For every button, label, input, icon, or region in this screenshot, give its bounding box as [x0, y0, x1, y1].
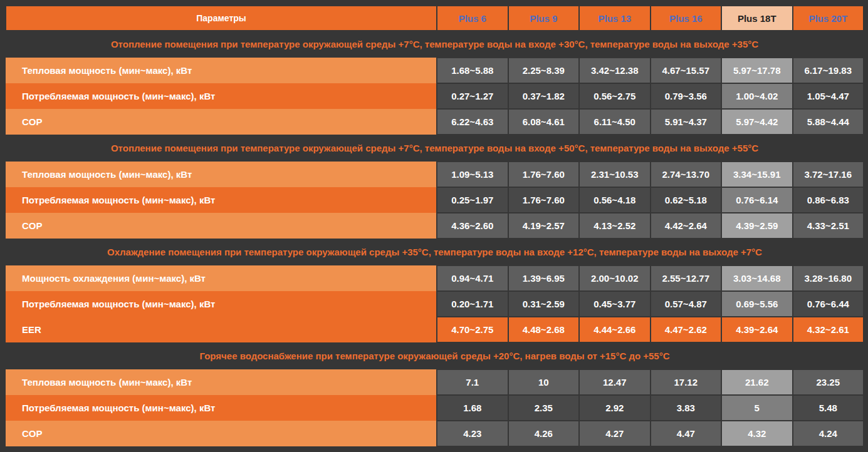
value-cell-highlighted: 4.32: [721, 421, 793, 446]
table-row: Потребляемая мощность (мин~макс), кВт0.2…: [6, 291, 864, 317]
table-row: Потребляемая мощность (мин~макс), кВт1.6…: [6, 395, 864, 421]
value-cell: 3.42~12.38: [579, 58, 651, 83]
row-label: Потребляемая мощность (мин~макс), кВт: [6, 291, 437, 317]
value-cell: 0.25~1.97: [437, 187, 508, 213]
value-cell: 0.31~2.59: [508, 291, 580, 317]
table-row: COP6.22~4.636.08~4.616.11~4.505.91~4.375…: [6, 109, 864, 135]
row-label: Потребляемая мощность (мин~макс), кВт: [6, 187, 437, 213]
value-cell: 4.42~2.64: [651, 213, 722, 239]
table-row: Тепловая мощность (мин~макс), кВт1.09~5.…: [6, 162, 864, 187]
value-cell: 4.24: [793, 421, 864, 446]
value-cell: 1.68: [437, 395, 508, 421]
value-cell: 0.45~3.77: [579, 291, 651, 317]
value-cell: 4.47: [651, 421, 722, 446]
row-label: COP: [6, 421, 437, 446]
value-cell: 0.94~4.71: [437, 265, 508, 291]
value-cell: 4.26: [508, 421, 580, 446]
section-title: Отопление помещения при температуре окру…: [6, 135, 864, 162]
column-header-model: Plus 20T: [793, 6, 864, 31]
value-cell-highlighted: 0.76~6.14: [721, 187, 793, 213]
value-cell: 4.48~2.68: [508, 317, 580, 342]
row-label: Потребляемая мощность (мин~макс), кВт: [6, 395, 437, 421]
value-cell: 0.79~3.56: [651, 83, 722, 109]
section-title: Охлаждение помещения при температуре окр…: [6, 239, 864, 265]
value-cell-highlighted: 5.97~17.78: [721, 58, 793, 83]
row-label: Потребляемая мощность (мин~макс), кВт: [6, 83, 437, 109]
value-cell: 2.55~12.77: [651, 265, 722, 291]
value-cell: 4.33~2.51: [793, 213, 864, 239]
row-label: Мощность охлаждения (мин~макс), кВт: [6, 265, 437, 291]
column-header-parameters: Параметры: [6, 6, 437, 31]
value-cell: 0.20~1.71: [437, 291, 508, 317]
value-cell: 4.36~2.60: [437, 213, 508, 239]
value-cell: 4.70~2.75: [437, 317, 508, 342]
section-title: Горячее водоснабжение при температуре ок…: [6, 342, 864, 369]
value-cell: 0.57~4.87: [651, 291, 722, 317]
row-label: COP: [6, 109, 437, 135]
row-label: Тепловая мощность (мин~макс), кВт: [6, 369, 437, 395]
value-cell: 3.72~17.16: [793, 162, 864, 187]
column-header-model: Plus 16: [651, 6, 722, 31]
value-cell-highlighted: 0.69~5.56: [721, 291, 793, 317]
value-cell: 4.67~15.57: [651, 58, 722, 83]
value-cell: 5.48: [793, 395, 864, 421]
value-cell-highlighted: 4.39~2.64: [721, 317, 793, 342]
table-row: COP4.234.264.274.474.324.24: [6, 421, 864, 446]
value-cell: 3.83: [651, 395, 722, 421]
table-row: Тепловая мощность (мин~макс), кВт7.11012…: [6, 369, 864, 395]
value-cell: 1.68~5.88: [437, 58, 508, 83]
value-cell: 3.28~16.80: [793, 265, 864, 291]
value-cell: 0.62~5.18: [651, 187, 722, 213]
heat-pump-spec-table: ПараметрыPlus 6Plus 9Plus 13Plus 16Plus …: [5, 5, 864, 447]
value-cell: 6.17~19.83: [793, 58, 864, 83]
row-label: EER: [6, 317, 437, 342]
value-cell: 2.31~10.53: [579, 162, 651, 187]
table-header-row: ПараметрыPlus 6Plus 9Plus 13Plus 16Plus …: [6, 6, 864, 31]
value-cell: 1.05~4.47: [793, 83, 864, 109]
value-cell-highlighted: 3.34~15.91: [721, 162, 793, 187]
value-cell-highlighted: 3.03~14.68: [721, 265, 793, 291]
value-cell: 0.76~6.44: [793, 291, 864, 317]
table-row: Потребляемая мощность (мин~макс), кВт0.2…: [6, 83, 864, 109]
value-cell: 4.23: [437, 421, 508, 446]
value-cell: 2.25~8.39: [508, 58, 580, 83]
value-cell: 6.08~4.61: [508, 109, 580, 135]
row-label: Тепловая мощность (мин~макс), кВт: [6, 58, 437, 83]
value-cell: 10: [508, 369, 580, 395]
value-cell: 4.13~2.52: [579, 213, 651, 239]
table-row: COP4.36~2.604.19~2.574.13~2.524.42~2.644…: [6, 213, 864, 239]
value-cell: 5.88~4.44: [793, 109, 864, 135]
value-cell: 1.09~5.13: [437, 162, 508, 187]
value-cell: 1.76~7.60: [508, 162, 580, 187]
row-label: COP: [6, 213, 437, 239]
value-cell: 23.25: [793, 369, 864, 395]
table-row: EER4.70~2.754.48~2.684.44~2.664.47~2.624…: [6, 317, 864, 342]
column-header-model: Plus 6: [437, 6, 508, 31]
value-cell: 0.37~1.82: [508, 83, 580, 109]
value-cell: 0.56~4.18: [579, 187, 651, 213]
value-cell: 1.39~6.95: [508, 265, 580, 291]
value-cell: 7.1: [437, 369, 508, 395]
table-row: Мощность охлаждения (мин~макс), кВт0.94~…: [6, 265, 864, 291]
value-cell: 2.92: [579, 395, 651, 421]
value-cell: 4.19~2.57: [508, 213, 580, 239]
value-cell-highlighted: 21.62: [721, 369, 793, 395]
value-cell-highlighted: 5: [721, 395, 793, 421]
table-row: Тепловая мощность (мин~макс), кВт1.68~5.…: [6, 58, 864, 83]
value-cell: 1.76~7.60: [508, 187, 580, 213]
value-cell: 4.47~2.62: [651, 317, 722, 342]
table-row: Потребляемая мощность (мин~макс), кВт0.2…: [6, 187, 864, 213]
value-cell: 2.74~13.70: [651, 162, 722, 187]
value-cell-highlighted: 4.39~2.59: [721, 213, 793, 239]
value-cell: 0.27~1.27: [437, 83, 508, 109]
row-label: Тепловая мощность (мин~макс), кВт: [6, 162, 437, 187]
value-cell: 4.32~2.61: [793, 317, 864, 342]
value-cell: 0.56~2.75: [579, 83, 651, 109]
value-cell: 17.12: [651, 369, 722, 395]
value-cell: 2.35: [508, 395, 580, 421]
value-cell: 0.86~6.83: [793, 187, 864, 213]
column-header-model-highlighted: Plus 18T: [721, 6, 793, 31]
section-title: Отопление помещения при температуре окру…: [6, 31, 864, 58]
value-cell: 12.47: [579, 369, 651, 395]
value-cell: 6.11~4.50: [579, 109, 651, 135]
